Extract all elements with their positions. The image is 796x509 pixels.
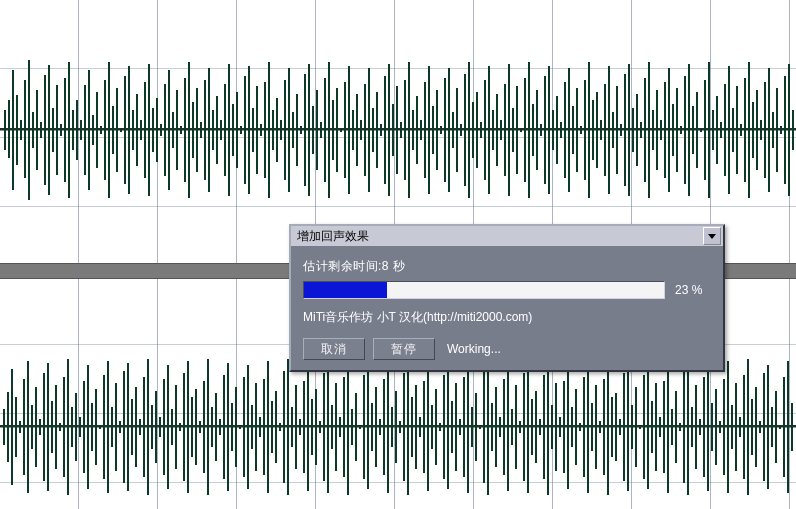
dialog-title: 增加回声效果	[297, 228, 369, 245]
dialog-titlebar[interactable]: 增加回声效果	[291, 226, 723, 246]
progress-bar	[303, 281, 665, 299]
dialog-dropdown-button[interactable]	[703, 227, 721, 245]
progress-percent: 23 %	[675, 283, 711, 297]
progress-dialog: 增加回声效果 估计剩余时间:8 秒 23 % MiTi音乐作坊 小T 汉化(ht…	[289, 224, 725, 372]
pause-button[interactable]: 暂停	[373, 338, 435, 360]
chevron-down-icon	[708, 232, 716, 240]
eta-value: 8 秒	[382, 259, 406, 273]
waveform-1	[0, 40, 796, 220]
waveform-midline	[0, 128, 796, 130]
waveform-midline	[0, 425, 796, 427]
eta-prefix: 估计剩余时间:	[303, 259, 382, 273]
credit-text: MiTi音乐作坊 小T 汉化(http://miti2000.com)	[303, 309, 711, 326]
audio-editor-canvas: 增加回声效果 估计剩余时间:8 秒 23 % MiTi音乐作坊 小T 汉化(ht…	[0, 0, 796, 509]
eta-label: 估计剩余时间:8 秒	[303, 258, 711, 275]
status-text: Working...	[447, 342, 501, 356]
progress-fill	[304, 282, 387, 298]
cancel-button[interactable]: 取消	[303, 338, 365, 360]
